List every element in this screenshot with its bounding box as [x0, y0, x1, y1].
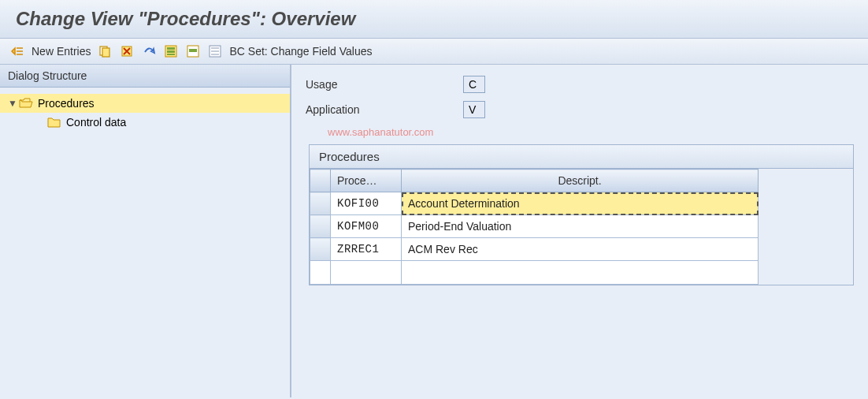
cell-description[interactable]: ACM Rev Rec [402, 238, 759, 261]
toolbar: New Entries BC Set: Change Field Values [0, 39, 868, 65]
table-title: Procedures [310, 145, 853, 169]
svg-rect-4 [167, 47, 175, 50]
watermark-text: www.saphanatutor.com [328, 126, 854, 138]
svg-rect-1 [102, 48, 109, 57]
field-usage: Usage [306, 76, 854, 93]
tree: ▼ Procedures Control data [0, 88, 290, 138]
deselect-all-icon[interactable] [207, 43, 223, 59]
row-select[interactable] [310, 238, 331, 261]
new-entries-button[interactable]: New Entries [32, 45, 91, 58]
folder-icon [47, 117, 63, 128]
undo-icon[interactable] [141, 43, 157, 59]
procedures-table: Proce… Descript. KOFI00Account Determina… [310, 169, 759, 285]
col-select[interactable] [310, 170, 331, 192]
row-select[interactable] [310, 192, 331, 215]
procedures-table-wrap: Procedures Proce… Descript. KOFI00Accoun… [309, 144, 854, 285]
tree-label: Control data [66, 116, 126, 129]
title-bar: Change View "Procedures": Overview [0, 0, 868, 39]
tree-toggle-icon[interactable]: ▼ [8, 98, 19, 109]
table-row[interactable]: KOFI00Account Determination [310, 192, 759, 215]
table-row-empty [310, 261, 759, 285]
col-procedure[interactable]: Proce… [331, 170, 402, 192]
usage-input[interactable] [463, 76, 485, 93]
select-all-icon[interactable] [163, 43, 179, 59]
row-select[interactable] [310, 215, 331, 238]
col-description[interactable]: Descript. [402, 170, 759, 192]
svg-rect-8 [189, 49, 197, 52]
main-area: Dialog Structure ▼ Procedures Control da… [0, 65, 868, 397]
cell-procedure[interactable]: ZRREC1 [331, 238, 402, 261]
cell-description[interactable]: Period-End Valuation [402, 215, 759, 238]
delete-icon[interactable] [119, 43, 135, 59]
application-label: Application [306, 103, 463, 116]
svg-rect-6 [167, 54, 175, 55]
sidebar-header: Dialog Structure [0, 65, 290, 88]
copy-icon[interactable] [97, 43, 113, 59]
tree-item-control-data[interactable]: Control data [0, 113, 290, 132]
cell-procedure[interactable]: KOFI00 [331, 192, 402, 215]
bc-set-button[interactable]: BC Set: Change Field Values [229, 45, 372, 58]
tree-item-procedures[interactable]: ▼ Procedures [0, 94, 290, 113]
svg-rect-5 [167, 50, 175, 53]
toggle-icon[interactable] [9, 43, 25, 59]
usage-label: Usage [306, 78, 463, 91]
tree-label: Procedures [38, 97, 95, 110]
table-row[interactable]: ZRREC1ACM Rev Rec [310, 238, 759, 261]
application-input[interactable] [463, 101, 485, 118]
folder-open-icon [19, 98, 35, 109]
select-block-icon[interactable] [185, 43, 201, 59]
content: Usage Application www.saphanatutor.com P… [291, 65, 868, 397]
sidebar: Dialog Structure ▼ Procedures Control da… [0, 65, 291, 397]
cell-description[interactable]: Account Determination [402, 192, 759, 215]
page-title: Change View "Procedures": Overview [16, 8, 355, 29]
table-row[interactable]: KOFM00Period-End Valuation [310, 215, 759, 238]
field-application: Application [306, 101, 854, 118]
cell-procedure[interactable]: KOFM00 [331, 215, 402, 238]
